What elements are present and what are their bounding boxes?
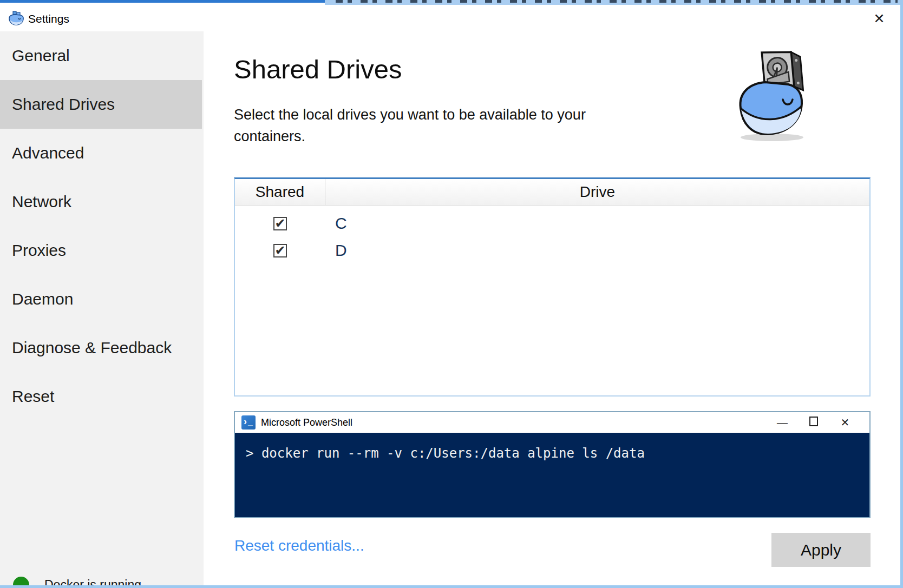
maximize-icon[interactable] <box>798 417 829 429</box>
window-border-bottom <box>0 585 903 588</box>
powershell-console[interactable]: > docker run --rm -v c:/Users:/data alpi… <box>235 433 869 517</box>
table-row-drive-d[interactable]: ✔ D <box>235 237 869 264</box>
powershell-window-controls: — ✕ <box>767 412 861 433</box>
powershell-example-window: › _ Microsoft PowerShell — ✕ > docker ru… <box>234 411 871 518</box>
shared-cell: ✔ <box>235 217 325 230</box>
settings-window: Settings ✕ General Shared Drives Advance… <box>0 0 903 588</box>
column-header-shared: Shared <box>235 179 325 205</box>
sidebar-item-advanced[interactable]: Advanced <box>0 129 204 177</box>
sidebar-item-proxies[interactable]: Proxies <box>0 226 204 275</box>
table-rows: ✔ C ✔ D <box>235 206 869 264</box>
shared-drives-table: Shared Drive ✔ C ✔ D <box>234 177 871 397</box>
close-icon[interactable]: ✕ <box>829 416 861 429</box>
sidebar-item-diagnose-feedback[interactable]: Diagnose & Feedback <box>0 323 204 372</box>
checkbox-drive-d[interactable]: ✔ <box>273 244 287 257</box>
reset-credentials-link[interactable]: Reset credentials... <box>234 537 364 554</box>
sidebar-item-shared-drives[interactable]: Shared Drives <box>0 80 202 129</box>
sidebar-item-network[interactable]: Network <box>0 177 204 226</box>
apply-button[interactable]: Apply <box>771 533 871 567</box>
page-description: Select the local drives you want to be a… <box>234 104 607 147</box>
clipped-text-marks <box>336 0 898 3</box>
background-window-clipped-text <box>325 0 903 5</box>
minimize-icon[interactable]: — <box>767 417 798 429</box>
background-window-edge <box>0 0 325 3</box>
column-header-drive: Drive <box>325 179 869 205</box>
sidebar-item-reset[interactable]: Reset <box>0 372 204 421</box>
background-window-artifact <box>0 0 903 5</box>
checkbox-drive-c[interactable]: ✔ <box>273 217 287 230</box>
drive-letter: C <box>325 214 869 233</box>
page-title: Shared Drives <box>234 54 402 84</box>
shared-cell: ✔ <box>235 244 325 257</box>
powershell-title: Microsoft PowerShell <box>261 417 352 428</box>
titlebar: Settings ✕ <box>0 5 903 31</box>
docker-whale-icon <box>8 10 25 27</box>
powershell-icon: › _ <box>241 415 256 430</box>
docker-whale-harddrive-illustration <box>730 48 812 143</box>
window-title: Settings <box>28 12 69 25</box>
table-header-row: Shared Drive <box>235 179 869 206</box>
sidebar-item-general[interactable]: General <box>0 31 204 80</box>
drive-letter: D <box>325 241 869 260</box>
window-close-icon[interactable]: ✕ <box>867 8 891 29</box>
window-border-right <box>900 0 903 588</box>
console-command-text: > docker run --rm -v c:/Users:/data alpi… <box>246 446 869 461</box>
table-row-drive-c[interactable]: ✔ C <box>235 210 869 237</box>
powershell-titlebar: › _ Microsoft PowerShell — ✕ <box>235 412 869 433</box>
sidebar-item-daemon[interactable]: Daemon <box>0 275 204 323</box>
sidebar: General Shared Drives Advanced Network P… <box>0 31 204 585</box>
